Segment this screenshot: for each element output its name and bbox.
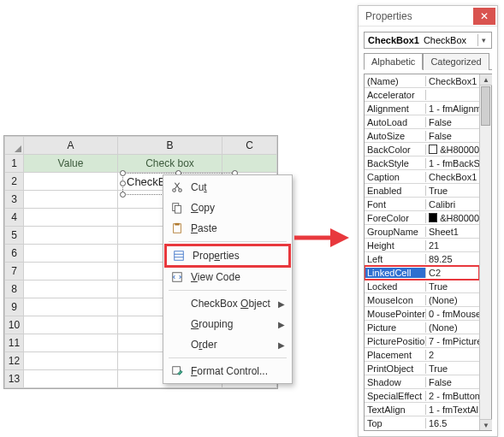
prop-row-name[interactable]: (Name)CheckBox1: [365, 74, 479, 88]
menu-cut[interactable]: Cut: [165, 177, 290, 198]
prop-row-printobject[interactable]: PrintObjectTrue: [365, 362, 479, 375]
cell-a5[interactable]: [24, 227, 118, 245]
row-header-10[interactable]: 10: [5, 316, 24, 334]
prop-row-groupname[interactable]: GroupNameSheet1: [365, 225, 479, 239]
prop-value[interactable]: 2 - fmButton: [426, 391, 479, 401]
prop-row-textalign[interactable]: TextAlign1 - fmTextAl: [365, 403, 479, 416]
prop-value[interactable]: Calibri: [426, 199, 479, 210]
col-header-c[interactable]: C: [222, 137, 277, 155]
prop-value[interactable]: True: [426, 186, 479, 196]
menu-view-code[interactable]: View Code: [165, 267, 290, 287]
cell-a9[interactable]: [24, 298, 118, 316]
cell-a12[interactable]: [24, 352, 118, 370]
prop-row-height[interactable]: Height21: [365, 239, 479, 252]
prop-row-backstyle[interactable]: BackStyle1 - fmBackSt: [365, 156, 479, 170]
menu-grouping[interactable]: Grouping ▶: [165, 314, 290, 334]
row-header-5[interactable]: 5: [5, 227, 24, 245]
cell-a4[interactable]: [24, 209, 118, 227]
prop-value[interactable]: &H80000: [426, 213, 479, 223]
tab-alphabetic[interactable]: Alphabetic: [364, 53, 423, 70]
menu-properties[interactable]: Properties: [164, 244, 291, 268]
prop-value[interactable]: 1 - fmAlignm: [426, 103, 479, 114]
row-header-11[interactable]: 11: [5, 334, 24, 352]
cell-a13[interactable]: [24, 370, 118, 388]
row-header-2[interactable]: 2: [5, 173, 24, 191]
cell-a2[interactable]: [24, 173, 118, 191]
row-header-3[interactable]: 3: [5, 191, 24, 209]
scroll-up-button[interactable]: ▲: [480, 74, 492, 86]
row-header-9[interactable]: 9: [5, 298, 24, 316]
row-header-1[interactable]: 1: [5, 155, 24, 173]
prop-value[interactable]: &H80000: [426, 145, 479, 155]
prop-value[interactable]: (None): [426, 322, 479, 333]
prop-row-shadow[interactable]: ShadowFalse: [365, 375, 479, 389]
prop-value[interactable]: Sheet1: [426, 227, 479, 237]
cell-a7[interactable]: [24, 263, 118, 281]
prop-value[interactable]: True: [426, 363, 479, 374]
menu-format-control[interactable]: Format Control...: [165, 361, 290, 381]
prop-value[interactable]: 16.5: [426, 418, 479, 428]
prop-value[interactable]: CheckBox1: [426, 172, 479, 182]
prop-value[interactable]: 1 - fmTextAl: [426, 405, 479, 415]
prop-row-enabled[interactable]: EnabledTrue: [365, 184, 479, 198]
prop-value[interactable]: 7 - fmPicture: [426, 336, 479, 346]
prop-value[interactable]: 1 - fmBackSt: [426, 158, 479, 168]
prop-value[interactable]: 89.25: [426, 254, 479, 264]
prop-value[interactable]: False: [426, 117, 479, 127]
menu-paste[interactable]: Paste: [165, 218, 290, 239]
scroll-down-button[interactable]: ▼: [480, 419, 492, 430]
prop-value[interactable]: True: [426, 281, 479, 292]
cell-a8[interactable]: [24, 281, 118, 298]
cell-a11[interactable]: [24, 334, 118, 352]
cell-a10[interactable]: [24, 316, 118, 334]
col-header-a[interactable]: A: [24, 137, 118, 155]
prop-row-mousepointer[interactable]: MousePointer0 - fmMouse: [365, 307, 479, 321]
prop-value[interactable]: 21: [426, 240, 479, 251]
prop-row-autosize[interactable]: AutoSizeFalse: [365, 129, 479, 143]
select-all-corner[interactable]: [5, 137, 24, 155]
prop-row-autoload[interactable]: AutoLoadFalse: [365, 115, 479, 129]
prop-row-locked[interactable]: LockedTrue: [365, 280, 479, 293]
prop-value[interactable]: False: [426, 377, 479, 387]
prop-row-picture[interactable]: Picture(None): [365, 321, 479, 334]
prop-row-alignment[interactable]: Alignment1 - fmAlignm: [365, 102, 479, 115]
row-header-13[interactable]: 13: [5, 370, 24, 388]
prop-row-placement[interactable]: Placement2: [365, 348, 479, 362]
prop-value[interactable]: C2: [426, 268, 479, 278]
prop-row-accelerator[interactable]: Accelerator: [365, 88, 479, 102]
row-header-4[interactable]: 4: [5, 209, 24, 227]
prop-row-left[interactable]: Left89.25: [365, 252, 479, 266]
row-header-8[interactable]: 8: [5, 281, 24, 298]
col-header-b[interactable]: B: [118, 137, 222, 155]
scrollbar[interactable]: ▲ ▼: [479, 74, 491, 430]
prop-value[interactable]: 0 - fmMouse: [426, 309, 479, 319]
prop-row-linkedcell[interactable]: LinkedCellC2: [365, 266, 479, 280]
cell-c1[interactable]: [222, 155, 277, 173]
prop-row-specialeffect[interactable]: SpecialEffect2 - fmButton: [365, 389, 479, 403]
cell-b1[interactable]: Check box: [118, 155, 222, 173]
object-selector[interactable]: CheckBox1 CheckBox ▾: [364, 32, 492, 49]
prop-row-font[interactable]: FontCalibri: [365, 198, 479, 211]
close-button[interactable]: ✕: [473, 8, 495, 25]
row-header-6[interactable]: 6: [5, 245, 24, 263]
prop-row-forecolor[interactable]: ForeColor&H80000: [365, 211, 479, 225]
prop-value[interactable]: (None): [426, 295, 479, 305]
prop-row-mouseicon[interactable]: MouseIcon(None): [365, 293, 479, 307]
cell-a6[interactable]: [24, 245, 118, 263]
cell-a1[interactable]: Value: [24, 155, 118, 173]
prop-value[interactable]: CheckBox1: [426, 76, 479, 86]
cell-a3[interactable]: [24, 191, 118, 209]
menu-order[interactable]: Order ▶: [165, 334, 290, 355]
properties-titlebar[interactable]: Properties ✕: [359, 6, 497, 27]
prop-row-backcolor[interactable]: BackColor&H80000: [365, 143, 479, 156]
prop-value[interactable]: 2: [426, 350, 479, 360]
tab-categorized[interactable]: Categorized: [423, 53, 489, 70]
menu-checkbox-object[interactable]: CheckBox Object ▶: [165, 293, 290, 314]
scroll-thumb[interactable]: [481, 86, 490, 126]
prop-row-top[interactable]: Top16.5: [365, 416, 479, 430]
menu-copy[interactable]: Copy: [165, 198, 290, 218]
prop-row-pictureposition[interactable]: PicturePosition7 - fmPicture: [365, 334, 479, 348]
prop-value[interactable]: False: [426, 131, 479, 141]
row-header-12[interactable]: 12: [5, 352, 24, 370]
prop-row-caption[interactable]: CaptionCheckBox1: [365, 170, 479, 184]
